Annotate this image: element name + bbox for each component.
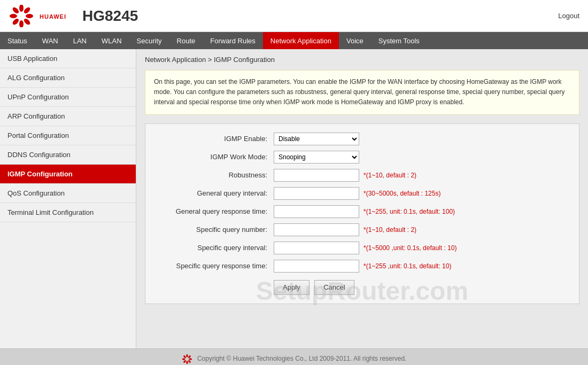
footer: Copyright © Huawei Technologies Co., Ltd… [0,348,588,365]
nav-item-forward-rules[interactable]: Forward Rules [203,32,263,49]
svg-point-9 [188,355,191,358]
specific-query-number-label: Specific query number: [156,226,274,234]
content-area: USB ApplicationALG ConfigurationUPnP Con… [0,49,588,348]
svg-point-10 [189,358,192,360]
general-query-response-control: *(1~255, unit: 0.1s, default: 100) [274,205,455,218]
sidebar-item-arp-configuration[interactable]: ARP Configuration [0,107,136,126]
svg-point-6 [10,14,17,18]
igmp-work-mode-control: Snooping HomeGateway [274,151,359,164]
specific-query-interval-row: Specific query interval: *(1~5000 ,unit:… [156,242,568,254]
specific-query-number-control: *(1~10, default : 2) [274,223,416,236]
footer-text: Copyright © Huawei Technologies Co., Ltd… [197,355,407,362]
sidebar: USB ApplicationALG ConfigurationUPnP Con… [0,49,136,348]
specific-query-interval-control: *(1~5000 ,unit: 0.1s, default : 10) [274,242,457,254]
nav-item-wlan[interactable]: WLAN [94,32,129,49]
specific-query-number-input[interactable] [274,223,359,236]
svg-point-15 [183,355,186,358]
svg-point-3 [23,17,32,26]
specific-query-interval-hint: *(1~5000 ,unit: 0.1s, default : 10) [363,244,457,252]
svg-point-2 [26,14,33,18]
specific-query-interval-input[interactable] [274,242,359,254]
specific-query-response-hint: *(1~255 ,unit: 0.1s, default: 10) [363,262,451,270]
sidebar-item-ddns-configuration[interactable]: DDNS Configuration [0,145,136,165]
logo-area: HUAWEI [9,5,66,27]
cancel-button[interactable]: Cancel [314,280,354,295]
robustness-row: Robustness: *(1~10, default : 2) [156,169,568,182]
huawei-logo-icon [9,5,34,27]
robustness-hint: *(1~10, default : 2) [363,172,416,179]
sidebar-item-portal-configuration[interactable]: Portal Configuration [0,126,136,145]
robustness-control: *(1~10, default : 2) [274,169,416,182]
general-query-interval-row: General query interval: *(30~5000s, defa… [156,187,568,200]
logout-area: Logout [558,12,579,20]
general-query-response-input[interactable] [274,205,359,218]
specific-query-response-input[interactable] [274,260,359,273]
svg-point-12 [186,361,188,364]
specific-query-response-row: Specific query response time: *(1~255 ,u… [156,260,568,273]
breadcrumb: Network Application > IGMP Configuration [145,56,579,64]
general-query-interval-hint: *(30~5000s, default : 125s) [363,190,440,197]
nav-item-voice[interactable]: Voice [339,32,371,49]
sidebar-item-terminal-limit-configuration[interactable]: Terminal Limit Configuration [0,203,136,222]
nav-item-system-tools[interactable]: System Tools [371,32,427,49]
main-content: Network Application > IGMP Configuration… [136,49,588,348]
igmp-work-mode-label: IGMP Work Mode: [156,153,274,161]
igmp-work-mode-select[interactable]: Snooping HomeGateway [274,151,359,164]
robustness-label: Robustness: [156,171,274,179]
nav-item-wan[interactable]: WAN [35,32,66,49]
specific-query-response-control: *(1~255 ,unit: 0.1s, default: 10) [274,260,451,273]
button-row: Apply Cancel [274,280,568,295]
svg-point-14 [182,358,185,360]
nav-item-status[interactable]: Status [0,32,35,49]
specific-query-number-hint: *(1~10, default : 2) [363,226,416,234]
robustness-input[interactable] [274,169,359,182]
svg-point-13 [183,360,186,363]
sidebar-item-usb-application[interactable]: USB Application [0,49,136,68]
sidebar-item-igmp-configuration[interactable]: IGMP Configuration [0,165,136,184]
nav-item-network-application[interactable]: Network Application [263,32,339,49]
svg-point-8 [186,354,188,358]
general-query-interval-control: *(30~5000s, default : 125s) [274,187,440,200]
nav-item-security[interactable]: Security [129,32,169,49]
general-query-response-row: General query response time: *(1~255, un… [156,205,568,218]
svg-point-11 [188,360,191,363]
brand-name: HUAWEI [40,13,66,20]
footer-logo-icon [182,354,192,364]
specific-query-response-label: Specific query response time: [156,262,274,270]
apply-button[interactable]: Apply [274,280,310,295]
general-query-response-hint: *(1~255, unit: 0.1s, default: 100) [363,208,455,215]
general-query-interval-label: General query interval: [156,189,274,197]
igmp-enable-control: Disable Enable [274,133,359,145]
sidebar-item-qos-configuration[interactable]: QoS Configuration [0,184,136,203]
header: HUAWEI HG8245 Logout [0,0,588,32]
igmp-work-mode-row: IGMP Work Mode: Snooping HomeGateway [156,151,568,164]
igmp-enable-label: IGMP Enable: [156,135,274,143]
svg-point-0 [19,5,24,12]
specific-query-interval-label: Specific query interval: [156,244,274,252]
sidebar-item-upnp-configuration[interactable]: UPnP Configuration [0,88,136,107]
nav-item-lan[interactable]: LAN [66,32,94,49]
svg-point-5 [12,17,20,26]
general-query-response-label: General query response time: [156,207,274,215]
igmp-enable-row: IGMP Enable: Disable Enable [156,133,568,145]
nav-item-route[interactable]: Route [169,32,203,49]
form-area: IGMP Enable: Disable Enable IGMP Work Mo… [145,123,579,304]
svg-point-1 [23,6,32,14]
info-box: On this page, you can set the IGMP param… [145,70,579,115]
model-name: HG8245 [82,7,138,25]
svg-point-7 [12,6,20,14]
sidebar-item-alg-configuration[interactable]: ALG Configuration [0,68,136,88]
igmp-enable-select[interactable]: Disable Enable [274,133,359,145]
logout-button[interactable]: Logout [558,12,579,20]
svg-point-4 [19,20,24,27]
general-query-interval-input[interactable] [274,187,359,200]
top-nav: StatusWANLANWLANSecurityRouteForward Rul… [0,32,588,49]
specific-query-number-row: Specific query number: *(1~10, default :… [156,223,568,236]
